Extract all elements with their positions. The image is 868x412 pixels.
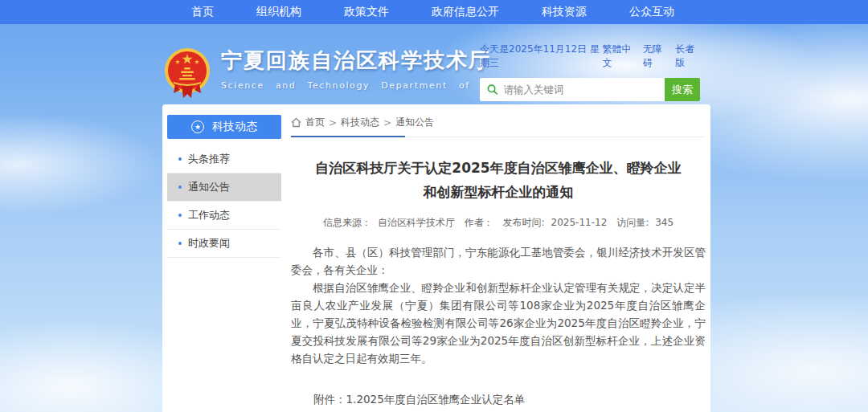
breadcrumb-notices[interactable]: 通知公告	[395, 116, 434, 129]
home-icon	[291, 117, 301, 128]
main-content: 首页 > 科技动态 > 通知公告 自治区科技厅关于认定2025年度自治区雏鹰企业…	[291, 116, 706, 412]
meta-source: 自治区科学技术厅	[378, 217, 455, 228]
top-nav: 首页 组织机构 政策文件 政府信息公开 科技资源 公众互动	[0, 0, 868, 24]
header-utility-area: 今天是2025年11月12日 星期三 繁體中文 无障碍 长者版 搜索	[480, 43, 700, 101]
link-traditional-chinese[interactable]: 繁體中文	[602, 43, 635, 70]
link-accessibility[interactable]: 无障碍	[643, 43, 668, 70]
breadcrumb: 首页 > 科技动态 > 通知公告	[291, 116, 706, 129]
today-date: 今天是2025年11月12日 星期三	[480, 43, 602, 70]
rule-accent	[291, 136, 405, 137]
meta-time-label: 发布时间:	[503, 217, 545, 228]
paragraph: 各市、县（区）科技管理部门，宁东能源化工基地管委会，银川经济技术开发区管委会，各…	[291, 243, 706, 279]
nav-item-organization[interactable]: 组织机构	[256, 5, 301, 19]
sidebar-item-label: 时政要闻	[188, 236, 230, 251]
attachments: 附件： 1.2025年度自治区雏鹰企业认定名单 2.2025年度自治区瞪羚企业认…	[313, 390, 706, 412]
meta-author-label: 作者：	[465, 217, 493, 228]
attachment-link-1[interactable]: 1.2025年度自治区雏鹰企业认定名单	[346, 390, 558, 409]
breadcrumb-rule	[291, 136, 706, 137]
site-subtitle-en: Science and Technology Department of Nin…	[221, 80, 524, 91]
rule-line	[405, 137, 706, 137]
sidebar-item-current-politics[interactable]: 时政要闻	[167, 230, 281, 258]
link-elderly-version[interactable]: 长者版	[675, 43, 700, 70]
search-box	[480, 78, 665, 101]
sidebar-item-label: 通知公告	[188, 180, 230, 194]
meta-views: 345	[655, 217, 674, 228]
breadcrumb-sci-tech-news[interactable]: 科技动态	[341, 116, 379, 129]
nav-item-policy-documents[interactable]: 政策文件	[344, 5, 389, 19]
sidebar-item-work-updates[interactable]: 工作动态	[167, 202, 281, 230]
content-panel: ★ 科技动态 头条推荐 通知公告 工作动态 时政要闻	[162, 104, 710, 412]
search-icon	[487, 84, 498, 96]
breadcrumb-home[interactable]: 首页	[305, 116, 325, 129]
breadcrumb-separator: >	[383, 117, 391, 128]
sidebar: ★ 科技动态 头条推荐 通知公告 工作动态 时政要闻	[167, 115, 281, 258]
article-title-line2: 和创新型标杆企业的通知	[291, 180, 706, 204]
national-emblem-icon	[164, 47, 211, 101]
brand-text: 宁夏回族自治区科学技术厅 Science and Technology Depa…	[221, 47, 524, 91]
attachment-link-2[interactable]: 2.2025年度自治区瞪羚企业认定名单	[346, 409, 558, 412]
article-meta: 信息来源：自治区科学技术厅 作者： 发布时间:2025-11-12 访问量:34…	[291, 216, 706, 230]
sidebar-title: 科技动态	[212, 120, 257, 134]
lang-links: 繁體中文 无障碍 长者版	[602, 43, 700, 70]
nav-item-gov-info-disclosure[interactable]: 政府信息公开	[432, 5, 499, 19]
date-row: 今天是2025年11月12日 星期三 繁體中文 无障碍 长者版	[480, 43, 700, 70]
search-input[interactable]	[504, 84, 657, 96]
search-bar: 搜索	[480, 78, 700, 101]
sidebar-item-label: 头条推荐	[188, 152, 230, 166]
sidebar-item-label: 工作动态	[188, 208, 230, 222]
article-title: 自治区科技厅关于认定2025年度自治区雏鹰企业、瞪羚企业 和创新型标杆企业的通知	[291, 156, 706, 204]
bullet-dot-icon	[178, 214, 182, 217]
site-brand[interactable]: 宁夏回族自治区科学技术厅 Science and Technology Depa…	[164, 47, 524, 101]
article-title-line1: 自治区科技厅关于认定2025年度自治区雏鹰企业、瞪羚企业	[291, 156, 706, 180]
sidebar-item-headlines[interactable]: 头条推荐	[167, 145, 281, 173]
star-circle-icon: ★	[191, 120, 204, 133]
page: 首页 组织机构 政策文件 政府信息公开 科技资源 公众互动 宁夏回族自治区科学技…	[0, 0, 868, 412]
breadcrumb-separator: >	[329, 117, 337, 128]
bullet-dot-icon	[178, 242, 182, 245]
meta-views-label: 访问量:	[616, 217, 649, 228]
paragraph: 根据自治区雏鹰企业、瞪羚企业和创新型标杆企业认定管理有关规定，决定认定半亩良人农…	[291, 279, 706, 367]
attachments-label: 附件：	[313, 390, 346, 412]
nav-item-public-interaction[interactable]: 公众互动	[629, 5, 674, 19]
sidebar-header: ★ 科技动态	[167, 115, 281, 139]
sidebar-item-notices[interactable]: 通知公告	[167, 173, 281, 202]
article-body: 各市、县（区）科技管理部门，宁东能源化工基地管委会，银川经济技术开发区管委会，各…	[291, 243, 706, 367]
site-title: 宁夏回族自治区科学技术厅	[221, 47, 524, 75]
attachment-list: 1.2025年度自治区雏鹰企业认定名单 2.2025年度自治区瞪羚企业认定名单 …	[346, 390, 558, 412]
bullet-dot-icon	[178, 186, 182, 189]
bullet-dot-icon	[178, 157, 182, 161]
search-button[interactable]: 搜索	[665, 78, 700, 101]
nav-item-sci-tech-resources[interactable]: 科技资源	[542, 5, 587, 19]
nav-item-home[interactable]: 首页	[191, 5, 214, 19]
meta-source-label: 信息来源：	[323, 217, 371, 228]
meta-time: 2025-11-12	[551, 217, 608, 228]
